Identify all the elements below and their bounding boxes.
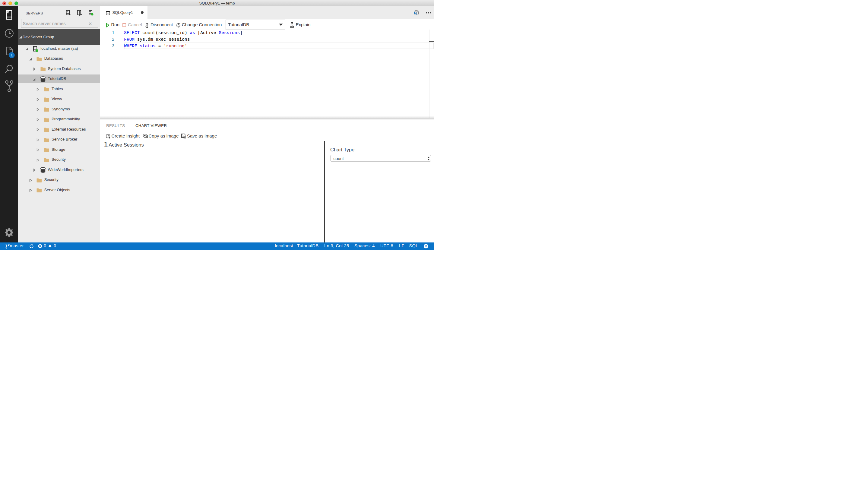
svg-text:1: 1 bbox=[11, 53, 13, 57]
